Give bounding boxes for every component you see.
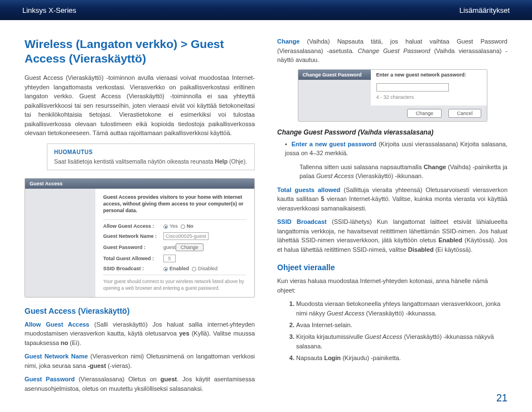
- ui1-name-value: Cisco00025-guest: [163, 232, 209, 240]
- page-number: 21: [496, 392, 507, 404]
- subheading-change-password: Change Guest Password (Vaihda vierassala…: [277, 128, 507, 136]
- para-allow: Allow Guest Access (Salli vieraskäyttö) …: [25, 320, 255, 348]
- radio-icon: [163, 267, 168, 271]
- bullet-save-password: Tallenna sitten uusi salasana napsauttam…: [277, 162, 507, 181]
- ui1-ssid-label: SSID Broadcast :: [103, 266, 163, 271]
- list-item: Napsauta Login (Kirjaudu) -painiketta.: [296, 353, 507, 363]
- para-password: Guest Password (Vierassalasana) Oletus o…: [25, 375, 255, 393]
- radio-icon: [192, 267, 196, 271]
- right-column: Change (Vaihda) Napsauta tätä, jos halua…: [277, 37, 507, 397]
- note-title: HUOMAUTUS: [54, 148, 248, 156]
- list-item: Avaa Internet-selain.: [296, 320, 507, 330]
- ui2-cancel-button: Cancel: [448, 109, 481, 118]
- guest-access-screenshot: Guest Access Guest Access provides visit…: [25, 178, 255, 297]
- ui2-hint: 4 - 32 characters: [376, 94, 481, 100]
- ui1-title: Guest Access: [25, 179, 254, 189]
- subheading-guest-access: Guest Access (Vieraskäyttö): [25, 306, 255, 315]
- ui1-sidebar: [25, 189, 95, 296]
- page-title: Wireless (Langaton verkko) > Guest Acces…: [25, 37, 255, 65]
- note-box: HUOMAUTUS Saat lisätietoja kentistä vali…: [47, 143, 255, 171]
- ui1-footer: Your guest should connect to your wirele…: [103, 279, 246, 291]
- ui1-pass-label: Guest Password :: [103, 245, 163, 250]
- intro-paragraph: Guest Access (Vieraskäyttö) -toiminnon a…: [25, 73, 255, 138]
- subheading-instructions: Ohjeet vieraalle: [277, 263, 507, 272]
- para-ssid-broadcast: SSID Broadcast (SSID-lähetys) Kun langat…: [277, 217, 507, 254]
- ui1-total-value: 5: [163, 255, 176, 262]
- ui2-change-button: Change: [407, 109, 442, 118]
- ui2-password-input: [376, 83, 449, 92]
- left-column: Wireless (Langaton verkko) > Guest Acces…: [25, 37, 255, 397]
- top-header: Linksys X-Series Lisämääritykset: [0, 0, 532, 20]
- instruction-list: Muodosta vieraan tietokoneella yhteys la…: [277, 299, 507, 363]
- instructions-intro: Kun vieras haluaa muodostaa Internet-yht…: [277, 276, 507, 295]
- product-name: Linksys X-Series: [22, 6, 76, 15]
- ui2-prompt: Enter a new guest network password:: [371, 70, 487, 80]
- ui1-pass-value: guest: [163, 245, 176, 250]
- radio-icon: [181, 224, 185, 229]
- ui1-name-label: Guest Network Name :: [103, 233, 163, 239]
- note-text: Saat lisätietoja kentistä valitsemalla n…: [54, 158, 247, 165]
- bullet-enter-password: • Enter a new guest password (Kirjoita u…: [277, 140, 507, 158]
- list-item: Kirjoita kirjautumissivulle Guest Access…: [296, 332, 507, 351]
- ui1-intro: Guest Access provides visitors to your h…: [103, 194, 246, 214]
- ui2-tab: Change Guest Password: [298, 70, 371, 80]
- ui2-sidebar: [298, 80, 371, 106]
- change-password-screenshot: Change Guest Password Enter a new guest …: [298, 69, 487, 122]
- radio-icon: [163, 224, 168, 229]
- ui1-change-button: Change: [176, 243, 204, 251]
- para-network-name: Guest Network Name (Vierasverkon nimi) O…: [25, 352, 255, 370]
- section-name: Lisämääritykset: [460, 6, 510, 15]
- list-item: Muodosta vieraan tietokoneella yhteys la…: [296, 299, 507, 318]
- para-change: Change (Vaihda) Napsauta tätä, jos halua…: [277, 37, 507, 65]
- ui1-total-label: Total Guest Allowed :: [103, 256, 163, 261]
- page-body: Wireless (Langaton verkko) > Guest Acces…: [0, 20, 532, 397]
- ui1-allow-label: Allow Guest Access :: [103, 223, 163, 229]
- para-total-guests: Total guests allowed (Sallittuja vierait…: [277, 185, 507, 213]
